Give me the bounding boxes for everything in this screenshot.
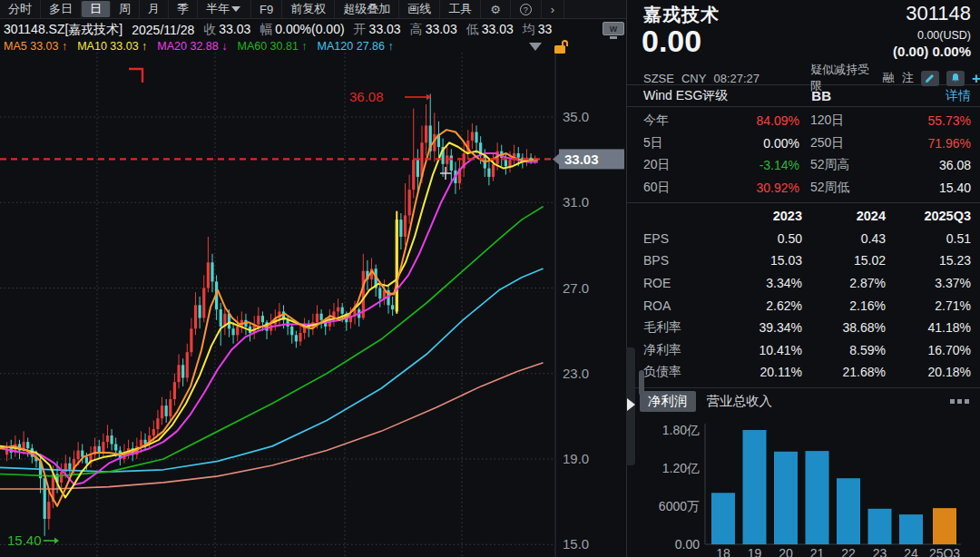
ma-item-ma5: MA5 33.03 ↑ bbox=[4, 40, 67, 53]
candle-body bbox=[173, 382, 176, 399]
candle-body bbox=[156, 418, 159, 429]
holder-notice: 疑似减持受限 bbox=[810, 62, 876, 94]
toolbar-tab-月[interactable]: 月 bbox=[140, 0, 169, 18]
toolbar-tab-日[interactable]: 日 bbox=[82, 1, 111, 17]
candle-body bbox=[77, 451, 80, 459]
ma-line-ma20 bbox=[0, 153, 537, 484]
toolbar-tab-季[interactable]: 季 bbox=[169, 0, 198, 18]
alert-button[interactable] bbox=[946, 71, 965, 86]
candle-body bbox=[26, 442, 29, 448]
candle-body bbox=[231, 328, 234, 335]
candle-body bbox=[68, 464, 71, 470]
quote-subline: SZSE CNY 08:27:27 疑似减持受限 融 注 + bbox=[643, 62, 980, 94]
candle-body bbox=[152, 429, 155, 435]
candle-body bbox=[169, 399, 172, 416]
toolbar-tab-前复权[interactable]: 前复权 bbox=[282, 0, 335, 18]
ma-item-ma10: MA10 33.03 ↑ bbox=[77, 40, 147, 53]
help-icon: ? bbox=[520, 4, 532, 15]
main-kline-chart[interactable]: 33.0335.031.027.023.019.015.036.0815.40 bbox=[0, 0, 626, 557]
drawing-bracket-annotation bbox=[129, 69, 142, 83]
quote-time: 08:27:27 bbox=[713, 72, 760, 85]
ma-line-ma120 bbox=[0, 269, 543, 472]
tab-营业总收入[interactable]: 营业总收入 bbox=[707, 393, 773, 410]
financial-table: 202320242025Q3EPS0.500.430.51BPS15.0315.… bbox=[627, 203, 980, 388]
candle-body bbox=[378, 288, 381, 299]
quote-field-低: 低33.03 bbox=[466, 22, 514, 38]
candle-body bbox=[220, 309, 222, 327]
candle-body bbox=[475, 132, 477, 142]
edit-button[interactable] bbox=[921, 71, 939, 86]
fin-row-BPS: BPS15.0315.0215.23 bbox=[643, 249, 971, 272]
panel-scrollbar-thumb[interactable] bbox=[639, 370, 644, 396]
candle-body bbox=[106, 435, 109, 442]
toolbar-tab-超级叠加[interactable]: 超级叠加 bbox=[335, 0, 399, 18]
candle-body bbox=[98, 446, 101, 453]
bar-x-label: 25Q3 bbox=[929, 546, 960, 557]
candle-body bbox=[396, 220, 398, 311]
margin-badge[interactable]: 融 bbox=[883, 70, 895, 86]
candle-body bbox=[391, 305, 394, 309]
panel-expand-icon[interactable] bbox=[627, 398, 635, 411]
help-button[interactable]: ? bbox=[511, 0, 542, 18]
candle-body bbox=[114, 445, 117, 451]
ma-line-ma10 bbox=[0, 142, 537, 497]
stat-row: 20日-3.14%52周高36.08 bbox=[643, 154, 971, 177]
note-badge[interactable]: 注 bbox=[902, 70, 914, 86]
price-badge-label: 33.03 bbox=[564, 151, 599, 167]
bar-20 bbox=[774, 452, 798, 544]
ma-item-ma120: MA120 27.86 ↑ bbox=[318, 40, 394, 53]
candle-body bbox=[257, 316, 260, 324]
candle-body bbox=[177, 365, 180, 382]
candle-body bbox=[236, 327, 239, 335]
quote-field-收: 收33.03 bbox=[203, 22, 250, 38]
low-price-annotation: 15.40 bbox=[7, 533, 42, 548]
bar-y-label: 6000万 bbox=[659, 499, 700, 513]
settings-button[interactable]: ⚙ bbox=[481, 0, 511, 18]
candle-body bbox=[85, 457, 88, 464]
indicator-dropdown-icon[interactable] bbox=[529, 43, 542, 51]
candle-body bbox=[408, 190, 411, 215]
unlock-icon[interactable] bbox=[554, 40, 566, 54]
candle-body bbox=[261, 316, 264, 322]
tab-净利润[interactable]: 净利润 bbox=[640, 391, 696, 412]
quote-header: 嘉戎技术 301148 0.00 0.00(USD) (0.00) 0.00% … bbox=[627, 0, 980, 84]
bar-18 bbox=[711, 493, 735, 544]
toolbar-tab-画线[interactable]: 画线 bbox=[399, 0, 440, 18]
fin-row-ROE: ROE3.34%2.87%3.37% bbox=[643, 272, 971, 295]
fin-row-负债率: 负债率20.11%21.68%20.18% bbox=[643, 361, 971, 384]
bar-x-label: 24 bbox=[904, 546, 918, 557]
toolbar-tab-多日[interactable]: 多日 bbox=[41, 0, 82, 18]
quote-info-bar: 301148.SZ[嘉戎技术] 2025/11/28 收33.03幅0.00%(… bbox=[0, 19, 626, 40]
toolbar-tab-半年[interactable]: 半年 bbox=[198, 0, 251, 18]
pencil-icon bbox=[925, 73, 936, 83]
candle-body bbox=[47, 502, 50, 519]
y-axis-label: 15.0 bbox=[563, 536, 589, 552]
toolbar-tab-工具[interactable]: 工具 bbox=[440, 0, 481, 18]
profit-bar-chart[interactable]: 1.80亿1.20亿6000万0.001819202122232425Q3 bbox=[627, 415, 980, 557]
last-price: 0.00 bbox=[642, 24, 701, 59]
more-button[interactable]: › bbox=[542, 0, 564, 18]
more-options-button[interactable] bbox=[950, 399, 969, 404]
usd-price: 0.00(USD) bbox=[917, 29, 971, 42]
candle-body bbox=[487, 169, 490, 177]
candle-body bbox=[450, 155, 453, 170]
bar-x-label: 18 bbox=[716, 546, 730, 557]
toolbar-tab-分时[interactable]: 分时 bbox=[0, 0, 41, 18]
quote-field-均: 均33 bbox=[523, 22, 553, 38]
toolbar-tab-F9[interactable]: F9 bbox=[251, 0, 282, 18]
add-watchlist-button[interactable]: + bbox=[972, 72, 980, 85]
candle-body bbox=[194, 305, 197, 328]
candle-body bbox=[81, 451, 83, 457]
symbol-label: 301148.SZ[嘉戎技术] bbox=[4, 22, 122, 38]
bar-x-label: 23 bbox=[873, 546, 887, 557]
candle-body bbox=[299, 333, 301, 341]
bar-y-label: 1.80亿 bbox=[662, 423, 700, 437]
bar-x-label: 20 bbox=[779, 546, 793, 557]
candle-body bbox=[508, 160, 511, 166]
dropdown-caret-icon[interactable] bbox=[231, 6, 240, 12]
toolbar-tab-周[interactable]: 周 bbox=[111, 0, 140, 18]
monitor-overlay-icon[interactable]: W bbox=[603, 22, 624, 40]
chart-pane: 33.0335.031.027.023.019.015.036.0815.40 … bbox=[0, 0, 626, 557]
candle-body bbox=[111, 435, 113, 444]
bell-icon bbox=[950, 73, 961, 83]
